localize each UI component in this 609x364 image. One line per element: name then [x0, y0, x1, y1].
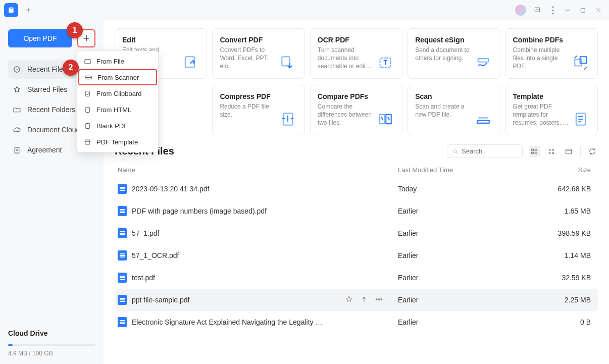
file-modified: Earlier [398, 296, 549, 304]
folder-icon [83, 57, 91, 65]
card-compress-pdf[interactable]: Compress PDFReduce a PDF file size. [212, 85, 304, 135]
svg-rect-16 [477, 121, 489, 123]
column-size: Size [549, 166, 595, 174]
file-name: 2023-09-13 20 41 34.pdf [132, 185, 209, 193]
file-row[interactable]: ppt file-sample.pdf•••Earlier2.25 MB [115, 289, 598, 311]
more-icon[interactable]: ••• [375, 295, 383, 305]
sidebar-item-label: Starred Files [27, 85, 67, 93]
card-compare-pdfs[interactable]: Compare PDFsCompare the differences betw… [310, 85, 402, 135]
clock-icon [12, 65, 21, 74]
search-box[interactable] [447, 144, 523, 158]
app-logo [4, 3, 18, 17]
pdf-file-icon [118, 184, 127, 194]
svg-rect-30 [85, 91, 89, 96]
file-row[interactable]: test.pdfEarlier32.59 KB [115, 267, 598, 289]
file-row[interactable]: 2023-09-13 20 41 34.pdfToday642.68 KB [115, 178, 598, 200]
svg-point-23 [549, 149, 550, 150]
card-title: Compress PDF [220, 92, 278, 100]
file-icon [83, 106, 91, 114]
create-dropdown: From FileFrom ScannerFrom ClipboardFrom … [77, 50, 159, 152]
card-convert-pdf[interactable]: Convert PDFConvert PDFs to Word, Excel, … [212, 28, 304, 79]
window-close[interactable] [591, 3, 605, 17]
file-name: ppt file-sample.pdf [132, 296, 189, 304]
dropdown-item-from-scanner[interactable]: From Scanner [78, 69, 157, 85]
pdf-file-icon [118, 228, 127, 238]
view-grid-icon[interactable] [546, 146, 557, 157]
svg-rect-31 [85, 107, 89, 112]
svg-rect-0 [9, 8, 13, 13]
card-desc: Convert PDFs to Word, Excel, PPT, etc. [220, 46, 278, 71]
sidebar-item-label: Recent Files [27, 65, 67, 73]
card-title: Template [513, 92, 571, 100]
card-scan[interactable]: ScanScan and create a new PDF file. [408, 85, 500, 135]
pin-icon[interactable] [360, 295, 368, 305]
card-title: Edit [122, 36, 180, 44]
svg-rect-32 [85, 123, 89, 128]
dropdown-item-from-file[interactable]: From File [77, 53, 158, 69]
file-name: Electronic Signature Act Explained Navig… [132, 318, 322, 326]
card-template[interactable]: TemplateGet great PDF templates for resu… [505, 85, 598, 135]
search-input[interactable] [462, 147, 517, 155]
file-icon [83, 122, 91, 130]
dropdown-item-pdf-template[interactable]: PDF Template [77, 134, 158, 150]
pdf-file-icon [118, 273, 127, 283]
card-icon [278, 36, 297, 71]
dropdown-item-label: From Clipboard [96, 90, 142, 97]
card-icon [180, 36, 199, 71]
dropdown-item-from-clipboard[interactable]: From Clipboard [77, 85, 158, 101]
new-tab-button[interactable]: + [22, 4, 34, 16]
svg-rect-2 [535, 8, 539, 12]
card-desc: Send a document to others for signing. [415, 46, 473, 62]
file-row[interactable]: PDF with page numbers (image based).pdfE… [115, 200, 598, 222]
file-row[interactable]: Electronic Signature Act Explained Navig… [115, 311, 598, 333]
card-desc: Combine multiple files into a single PDF… [513, 46, 571, 71]
window-maximize[interactable] [576, 3, 590, 17]
file-row[interactable]: 57_1.pdfEarlier398.59 KB [115, 222, 598, 244]
svg-rect-9 [478, 59, 488, 62]
dropdown-item-blank-pdf[interactable]: Blank PDF [77, 118, 158, 134]
titlebar: + ⋮ [0, 0, 609, 20]
svg-rect-5 [15, 147, 19, 152]
doc-icon [12, 145, 21, 154]
cloud-drive-title: Cloud Drive [8, 329, 95, 337]
svg-rect-21 [532, 152, 534, 153]
file-modified: Earlier [398, 229, 549, 237]
notification-icon[interactable] [530, 3, 544, 17]
file-name: 57_1.pdf [132, 229, 160, 237]
svg-rect-28 [84, 59, 90, 63]
view-calendar-icon[interactable] [563, 146, 574, 157]
file-size: 1.14 MB [549, 251, 595, 259]
pdf-file-icon [118, 317, 127, 327]
sidebar-item-label: Recent Folders [27, 106, 75, 114]
card-ocr-pdf[interactable]: OCR PDFTurn scanned documents into searc… [310, 28, 402, 79]
refresh-icon[interactable] [587, 146, 598, 157]
file-row[interactable]: 57_1_OCR.pdfEarlier1.14 MB [115, 244, 598, 267]
content-area: EditEdit texts andConvert PDFConvert PDF… [104, 20, 609, 364]
pdf-file-icon [118, 250, 127, 261]
file-modified: Earlier [398, 207, 549, 215]
svg-rect-33 [85, 140, 90, 144]
svg-rect-1 [10, 9, 12, 9]
file-size: 32.59 KB [549, 274, 595, 282]
svg-rect-7 [282, 57, 290, 66]
svg-rect-3 [581, 8, 585, 12]
pdf-file-icon [118, 206, 127, 216]
view-list-icon[interactable] [529, 146, 540, 157]
file-name: PDF with page numbers (image based).pdf [132, 207, 267, 215]
column-modified: Last Modified Time [398, 166, 549, 174]
window-minimize[interactable] [561, 3, 575, 17]
file-modified: Today [398, 185, 549, 193]
card-combine-pdfs[interactable]: Combine PDFsCombine multiple files into … [505, 28, 598, 79]
dropdown-item-from-html[interactable]: From HTML [77, 101, 158, 118]
card-icon [571, 92, 590, 128]
card-icon [474, 92, 493, 128]
svg-point-26 [552, 152, 554, 154]
dropdown-item-label: From File [96, 58, 124, 65]
more-menu-icon[interactable]: ⋮ [545, 3, 560, 17]
card-request-esign[interactable]: Request eSignSend a document to others f… [408, 28, 500, 79]
user-avatar[interactable] [515, 5, 526, 16]
open-pdf-button[interactable]: Open PDF [8, 29, 72, 47]
card-icon [571, 36, 590, 71]
dropdown-item-label: PDF Template [96, 138, 138, 146]
star-icon[interactable] [345, 295, 353, 305]
